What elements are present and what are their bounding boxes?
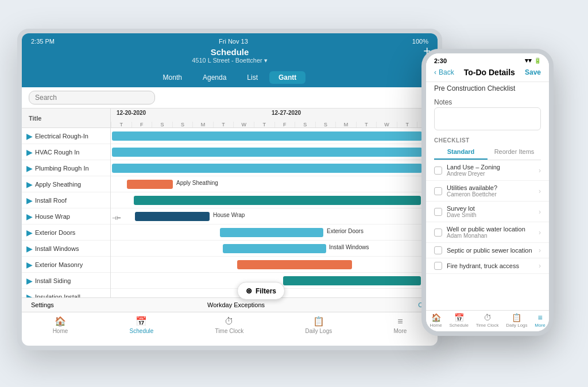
tab-agenda[interactable]: Agenda <box>194 71 235 84</box>
gantt-row-label[interactable]: ▶ Exterior Doors <box>22 225 110 241</box>
gantt-row: ⊣⊢ House Wrap <box>111 208 438 225</box>
tablet-date: Fri Nov 13 <box>219 38 248 45</box>
row-arrow-icon: ▶ <box>26 260 33 269</box>
back-button[interactable]: ‹ Back <box>434 68 454 76</box>
tablet-nav-dailylogs[interactable]: 📋 Daily Logs <box>305 316 332 334</box>
row-arrow-icon: ▶ <box>26 180 33 189</box>
tab-month[interactable]: Month <box>154 71 191 84</box>
gantt-bar <box>112 131 422 141</box>
row-label-text: Apply Sheathing <box>35 181 81 188</box>
checklist-checkbox[interactable] <box>434 262 442 270</box>
gantt-day: M <box>192 122 213 127</box>
checklist-item-title: Fire hydrant, truck access <box>447 262 534 269</box>
home-label: Home <box>430 323 442 328</box>
tablet-nav-home[interactable]: 🏠 Home <box>53 316 68 334</box>
filters-button[interactable]: ⊛ Filters <box>237 282 285 300</box>
gantt-row-label[interactable]: ▶ Install Siding <box>22 273 110 289</box>
gantt-row-label[interactable]: ▶ Plumbing Rough In <box>22 160 110 176</box>
gantt-bar <box>135 212 210 221</box>
gantt-row <box>111 144 438 160</box>
page-title: To-Do Details <box>464 68 515 77</box>
gantt-row-label[interactable]: ▶ Exterior Masonry <box>22 257 110 273</box>
checklist-item-content: Septic or public sewer location <box>447 247 534 254</box>
timeclock-label: Time Clock <box>476 323 499 328</box>
checklist-item[interactable]: Fire hydrant, truck access › <box>426 258 549 274</box>
gantt-row-label[interactable]: ▶ House Wrap <box>22 208 110 225</box>
save-button[interactable]: Save <box>525 68 541 76</box>
gantt-day: T <box>356 122 377 127</box>
gantt-bar-label: Exterior Doors <box>327 228 363 234</box>
row-arrow-icon: ▶ <box>26 244 33 253</box>
schedule-label: Schedule <box>450 323 469 328</box>
checklist-item-title: Survey lot <box>447 205 534 212</box>
gantt-row-label[interactable]: ▶ Insulation Install <box>22 289 110 297</box>
dailylogs-label: Daily Logs <box>305 328 332 334</box>
gantt-bar-label: Install Windows <box>329 244 369 250</box>
row-label-text: Electrical Rough-In <box>35 133 88 140</box>
gantt-row: Exterior Doors <box>111 225 438 241</box>
row-label-text: Exterior Masonry <box>35 261 83 268</box>
tab-standard[interactable]: Standard <box>434 145 488 160</box>
gantt-row-label[interactable]: ▶ Install Windows <box>22 241 110 257</box>
checklist-checkbox[interactable] <box>434 167 442 175</box>
gantt-row-label[interactable]: ▶ Apply Sheathing <box>22 176 110 192</box>
checklist-item-title: Land Use – Zoning <box>447 164 534 171</box>
gantt-day: S <box>152 122 172 127</box>
checklist-checkbox[interactable] <box>434 208 442 216</box>
schedule-label: Schedule <box>130 328 154 334</box>
gantt-row: Apply Sheathing <box>111 176 438 192</box>
checklist-item[interactable]: Septic or public sewer location › <box>426 243 549 258</box>
search-input[interactable] <box>29 91 155 105</box>
gantt-day: S <box>315 122 336 127</box>
checklist-tab-bar: Standard Reorder Items <box>434 145 541 160</box>
gantt-row-label[interactable]: ▶ Electrical Rough-In <box>22 128 110 144</box>
phone-header: ‹ Back To-Do Details Save <box>426 65 549 82</box>
gantt-bar <box>134 196 421 205</box>
gantt-day: T <box>254 122 274 127</box>
tablet-nav-timeclock[interactable]: ⏱ Time Clock <box>215 316 244 334</box>
row-arrow-icon: ▶ <box>26 276 33 285</box>
phone-nav-schedule[interactable]: 📅 Schedule <box>450 313 469 328</box>
notes-input-area[interactable] <box>434 107 541 130</box>
row-arrow-icon: ▶ <box>26 164 33 173</box>
checklist-checkbox[interactable] <box>434 187 442 195</box>
gantt-area: Title ▶ Electrical Rough-In ▶ HVAC Rough… <box>22 109 438 297</box>
row-arrow-icon: ▶ <box>26 212 33 221</box>
gantt-day: S <box>172 122 193 127</box>
phone-nav-dailylogs[interactable]: 📋 Daily Logs <box>506 313 527 328</box>
checklist-checkbox[interactable] <box>434 246 442 254</box>
tablet-time: 2:35 PM <box>31 38 55 45</box>
row-arrow-icon: ▶ <box>26 292 33 298</box>
home-icon: 🏠 <box>431 313 441 322</box>
workday-exceptions-label[interactable]: Workday Exceptions <box>207 301 265 308</box>
checklist-item[interactable]: Utilities available? Cameron Boettcher › <box>426 181 549 202</box>
filter-label: Filters <box>256 287 276 295</box>
home-label: Home <box>53 328 68 334</box>
checklist-item[interactable]: Survey lot Dave Smith › <box>426 202 549 222</box>
checklist-checkbox[interactable] <box>434 229 442 237</box>
phone-time: 2:30 <box>434 57 447 64</box>
gantt-day: T <box>397 122 417 127</box>
tab-reorder[interactable]: Reorder Items <box>488 145 541 160</box>
tab-gantt[interactable]: Gantt <box>269 71 305 84</box>
tablet-nav-more[interactable]: ≡ More <box>394 316 407 334</box>
row-arrow-icon: ▶ <box>26 131 33 141</box>
gantt-day: T <box>111 122 131 127</box>
tablet-nav-schedule[interactable]: 📅 Schedule <box>130 316 154 334</box>
checklist-item[interactable]: Land Use – Zoning Andrew Dreyer › <box>426 160 549 181</box>
settings-label[interactable]: Settings <box>31 301 54 308</box>
phone-nav-timeclock[interactable]: ⏱ Time Clock <box>476 313 499 328</box>
chevron-left-icon: ‹ <box>434 68 436 76</box>
phone-nav-more[interactable]: ≡ More <box>535 313 545 328</box>
tablet-nav: Month Agenda List Gantt <box>31 68 428 87</box>
tab-list[interactable]: List <box>238 71 267 84</box>
checklist-item[interactable]: Well or public water location Adam Monah… <box>426 222 549 243</box>
gantt-bar-label: House Wrap <box>213 212 245 218</box>
gantt-row-label[interactable]: ▶ Install Roof <box>22 192 110 208</box>
phone-nav-home[interactable]: 🏠 Home <box>430 313 442 328</box>
gantt-date-2: 12-27-2020 <box>272 110 301 116</box>
gantt-day: M <box>335 122 356 127</box>
row-arrow-icon: ▶ <box>26 196 33 205</box>
gantt-bar <box>112 164 422 173</box>
gantt-row-label[interactable]: ▶ HVAC Rough In <box>22 144 110 160</box>
